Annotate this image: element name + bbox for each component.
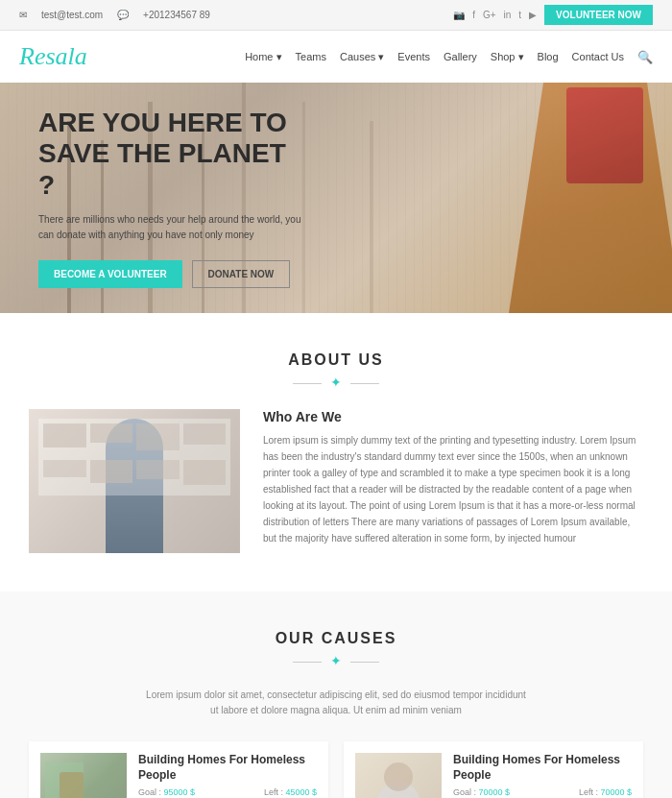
about-paragraph: Lorem ipsum is simply dummy text of the …	[263, 432, 643, 546]
nav-blog[interactable]: Blog	[538, 51, 559, 62]
nav-gallery[interactable]: Gallery	[444, 51, 477, 62]
nav-causes[interactable]: Causes ▾	[340, 51, 384, 63]
about-image	[29, 409, 240, 553]
hero-person-area	[480, 83, 672, 313]
main-nav: Home ▾ Teams Causes ▾ Events Gallery Sho…	[245, 50, 653, 64]
hero-subtitle: There are millions who needs your help a…	[38, 212, 307, 243]
cause-goal-row-2: Goal : 70000 $ Left : 70000 $	[453, 787, 632, 797]
about-title: ABOUT US	[29, 351, 643, 369]
linkedin-icon[interactable]: in	[504, 10, 512, 20]
cause-left-label-2: Left : 70000 $	[579, 787, 632, 797]
hero-content: ARE YOU HERE TO SAVE THE PLANET ? There …	[0, 83, 346, 313]
email-text: test@test.com	[41, 10, 103, 20]
top-bar: ✉ test@test.com 💬 +201234567 89 📷 f G+ i…	[0, 0, 672, 31]
cause-title-1: Building Homes For Homeless People	[138, 753, 317, 783]
cause-left-value-2: 70000 $	[600, 787, 632, 797]
cause-image-2	[355, 753, 442, 798]
email-icon: ✉	[19, 10, 27, 20]
phone-text: +201234567 89	[143, 10, 210, 20]
causes-section: OUR CAUSES ✦ Lorem ipsum dolor sit amet,…	[0, 592, 672, 798]
top-bar-right: 📷 f G+ in t ▶ VOLUNTEER NOW	[453, 5, 653, 25]
hero-section: ARE YOU HERE TO SAVE THE PLANET ? There …	[0, 83, 672, 313]
hero-buttons: BECOME A VOLUNTEER DONATE NOW	[38, 260, 307, 288]
cause-title-2: Building Homes For Homeless People	[453, 753, 632, 783]
hero-title: ARE YOU HERE TO SAVE THE PLANET ?	[38, 108, 307, 201]
nav-shop[interactable]: Shop ▾	[491, 51, 524, 63]
cause-left-value-1: 45000 $	[285, 787, 317, 797]
nav-home[interactable]: Home ▾	[245, 51, 281, 63]
causes-subtitle: Lorem ipsum dolor sit amet, consectetur …	[144, 688, 528, 718]
cause-image-1	[40, 753, 127, 798]
about-text-area: Who Are We Lorem ipsum is simply dummy t…	[263, 409, 643, 546]
cause-goal-label-1: Goal : 95000 $	[138, 787, 195, 797]
google-icon[interactable]: G+	[483, 10, 496, 20]
cause-left-label-1: Left : 45000 $	[264, 787, 317, 797]
cause-card-2: Building Homes For Homeless People Goal …	[344, 741, 643, 798]
phone-icon: 💬	[117, 10, 129, 20]
causes-grid: Building Homes For Homeless People Goal …	[29, 741, 643, 798]
volunteer-button[interactable]: VOLUNTEER NOW	[544, 5, 653, 25]
causes-divider: ✦	[29, 653, 643, 668]
cause-info-2: Building Homes For Homeless People Goal …	[453, 753, 632, 798]
cause-goal-label-2: Goal : 70000 $	[453, 787, 510, 797]
donate-now-button[interactable]: DONATE NOW	[192, 260, 291, 288]
search-icon[interactable]: 🔍	[637, 50, 653, 64]
youtube-icon[interactable]: ▶	[529, 10, 537, 20]
about-section: ABOUT US ✦ Who Are We Lorem ipsum is sim…	[0, 313, 672, 592]
about-divider: ✦	[29, 375, 643, 390]
logo[interactable]: Resala	[19, 42, 87, 71]
cause-goal-value-1: 95000 $	[164, 787, 196, 797]
top-bar-left: ✉ test@test.com 💬 +201234567 89	[19, 10, 210, 20]
instagram-icon[interactable]: 📷	[453, 10, 465, 20]
cause-goal-value-2: 70000 $	[479, 787, 511, 797]
about-subtitle: Who Are We	[263, 409, 643, 424]
become-volunteer-button[interactable]: BECOME A VOLUNTEER	[38, 260, 182, 288]
facebook-icon[interactable]: f	[472, 10, 475, 20]
cause-card-1: Building Homes For Homeless People Goal …	[29, 741, 328, 798]
nav-teams[interactable]: Teams	[296, 51, 326, 62]
about-content: Who Are We Lorem ipsum is simply dummy t…	[29, 409, 643, 553]
causes-title: OUR CAUSES	[29, 630, 643, 647]
twitter-icon[interactable]: t	[518, 10, 521, 20]
header: Resala Home ▾ Teams Causes ▾ Events Gall…	[0, 31, 672, 83]
cause-goal-row-1: Goal : 95000 $ Left : 45000 $	[138, 787, 317, 797]
cause-info-1: Building Homes For Homeless People Goal …	[138, 753, 317, 798]
nav-events[interactable]: Events	[397, 51, 430, 62]
nav-contact[interactable]: Contact Us	[572, 51, 624, 62]
